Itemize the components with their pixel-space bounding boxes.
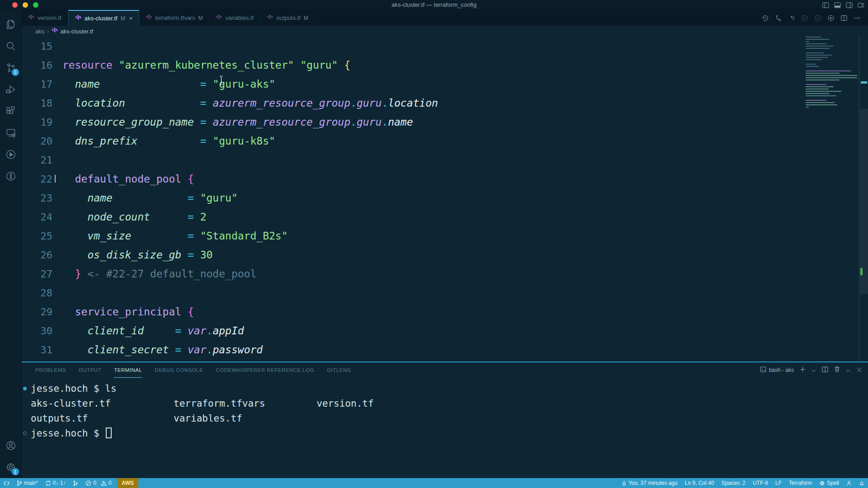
local-history-icon[interactable]	[761, 14, 770, 23]
panel-tab-debug-console[interactable]: DEBUG CONSOLE	[155, 362, 203, 378]
code-line-28[interactable]: 28	[22, 283, 800, 302]
code-editor[interactable]: 1516resource "azurerm_kubernetes_cluster…	[22, 37, 868, 361]
status-remote-indicator[interactable]	[0, 478, 13, 488]
breadcrumb-folder[interactable]: aks	[35, 28, 44, 35]
code-line-17[interactable]: 17 name = "guru-aks"	[22, 75, 800, 94]
code-line-26[interactable]: 26 os_disk_size_gb = 30	[22, 245, 800, 264]
remote-explorer-icon[interactable]	[0, 122, 22, 144]
tab-variables.tf[interactable]: variables.tf	[209, 10, 260, 26]
breadcrumb: aks › aks-cluster.tf	[22, 26, 868, 37]
customize-layout-icon[interactable]	[858, 2, 864, 8]
status-git-branch[interactable]: main*	[13, 478, 42, 488]
tab-outputs.tf[interactable]: outputs.tfM	[260, 10, 315, 26]
editor-scrollbar[interactable]	[859, 37, 868, 361]
command-decoration[interactable]	[23, 432, 27, 435]
editor-tabs: version.tfaks-cluster.tfM×terraform.tfva…	[22, 10, 868, 26]
code-line-24[interactable]: 24 node_count = 2	[22, 207, 800, 226]
terminal-output[interactable]: jesse.hoch $ lsaks-cluster.tf terraform.…	[22, 378, 868, 478]
split-editor-icon[interactable]	[840, 14, 849, 23]
code-line-19[interactable]: 19 resource_group_name = azurerm_resourc…	[22, 113, 800, 131]
status-indentation[interactable]: Spaces: 2	[718, 478, 749, 488]
code-text: client_secret = var.password	[52, 344, 263, 356]
command-decoration[interactable]	[23, 387, 27, 390]
new-terminal-icon[interactable]	[800, 366, 806, 374]
terminal-dropdown-icon[interactable]	[811, 366, 816, 374]
maximize-panel-icon[interactable]	[846, 366, 851, 374]
code-line-18[interactable]: 18 location = azurerm_resource_group.gur…	[22, 94, 800, 113]
code-line-25[interactable]: 25 vm_size = "Standard_B2s"	[22, 226, 800, 245]
status-gitlens-status[interactable]	[69, 478, 82, 488]
status-blame-annotation[interactable]: You, 37 minutes ago	[618, 478, 681, 488]
status-spell-checker[interactable]: Spell	[816, 478, 843, 488]
code-line-32[interactable]: 32 }	[22, 359, 800, 361]
next-change-icon[interactable]	[813, 14, 822, 23]
status-sync-changes[interactable]: 0↓ 1↑	[42, 478, 70, 488]
breadcrumb-file[interactable]: aks-cluster.tf	[52, 27, 93, 35]
code-line-27[interactable]: 27 } <- #22-27 default_node_pool	[22, 264, 800, 283]
extensions-icon[interactable]	[0, 100, 22, 122]
terraform-file-icon	[52, 27, 58, 35]
toggle-secondary-sidebar-icon[interactable]	[846, 2, 853, 8]
toggle-sidebar-icon[interactable]	[822, 2, 829, 8]
commit-graph-icon[interactable]	[774, 14, 783, 23]
tab-version.tf[interactable]: version.tf	[22, 10, 68, 26]
terminal-line: outputs.tf variables.tf	[22, 411, 868, 426]
status-cursor-position[interactable]: Ln 9, Col 40	[681, 478, 718, 488]
status-language-mode[interactable]: Terraform	[785, 478, 816, 488]
run-and-debug-icon[interactable]	[0, 79, 22, 100]
status-encoding[interactable]: UTF-8	[749, 478, 772, 488]
zoom-window-button[interactable]	[33, 2, 38, 8]
minimize-window-button[interactable]	[23, 2, 28, 8]
status-problems[interactable]: 00	[82, 478, 115, 488]
code-line-31[interactable]: 31 client_secret = var.password	[22, 340, 800, 359]
tab-aks-cluster.tf[interactable]: aks-cluster.tfM×	[68, 10, 140, 26]
kill-terminal-icon[interactable]	[834, 366, 840, 374]
line-number: 28	[22, 287, 52, 299]
run-code-icon[interactable]	[826, 14, 835, 23]
tab-label: terraform.tfvars	[155, 14, 195, 21]
code-line-23[interactable]: 23 name = "guru"	[22, 188, 800, 207]
line-number: 18	[22, 98, 52, 109]
code-line-29[interactable]: 29 service_principal {	[22, 302, 800, 321]
panel-tab-problems[interactable]: PROBLEMS	[35, 362, 66, 378]
code-line-16[interactable]: 16resource "azurerm_kubernetes_cluster" …	[22, 56, 800, 75]
panel-tab-terminal[interactable]: TERMINAL	[114, 362, 142, 378]
status-aws-badge[interactable]: AWS	[117, 478, 138, 488]
code-line-30[interactable]: 30 client_id = var.appId	[22, 321, 800, 340]
code-line-21[interactable]: 21	[22, 150, 800, 169]
split-terminal-icon[interactable]	[822, 366, 828, 374]
source-control-icon[interactable]: 3	[0, 57, 22, 79]
more-actions-icon[interactable]	[853, 14, 862, 23]
status-eol[interactable]: LF	[772, 478, 785, 488]
code-line-20[interactable]: 20 dns_prefix = "guru-k8s"	[22, 131, 800, 150]
layout-controls	[822, 0, 864, 10]
panel-tab-gitlens[interactable]: GITLENS	[327, 362, 351, 378]
close-window-button[interactable]	[12, 2, 18, 8]
open-changes-icon[interactable]	[787, 14, 796, 23]
mouse-text-cursor	[219, 75, 224, 87]
minimap[interactable]	[801, 37, 859, 361]
explorer-icon[interactable]	[0, 14, 22, 35]
previous-change-icon[interactable]	[800, 14, 809, 23]
code-runner-icon[interactable]	[0, 144, 22, 165]
status-notifications[interactable]	[855, 478, 868, 488]
tab-close-icon[interactable]: ×	[129, 15, 133, 22]
panel-tab-codewhisperer-reference-log[interactable]: CODEWHISPERER REFERENCE LOG	[216, 362, 314, 378]
toggle-panel-icon[interactable]	[834, 2, 841, 8]
accounts-icon[interactable]	[0, 435, 22, 456]
code-line-15[interactable]: 15	[22, 37, 800, 56]
terminal-instance[interactable]: bash - aks	[760, 366, 794, 374]
error-icon	[85, 480, 91, 486]
status-feedback[interactable]	[843, 478, 855, 488]
search-icon[interactable]	[0, 35, 22, 57]
panel-tab-output[interactable]: OUTPUT	[79, 362, 101, 378]
gitlens-icon[interactable]	[0, 165, 22, 187]
remote-icon	[4, 481, 9, 486]
tab-label: aks-cluster.tf	[85, 15, 118, 22]
scrollbar-slider[interactable]	[860, 109, 868, 294]
code-line-22[interactable]: 22 default_node_pool {	[22, 169, 800, 188]
settings-icon[interactable]: 1	[0, 456, 22, 478]
tab-terraform.tfvars[interactable]: terraform.tfvarsM	[139, 10, 209, 26]
close-panel-icon[interactable]	[857, 366, 862, 374]
code-text: client_id = var.appId	[52, 325, 244, 337]
